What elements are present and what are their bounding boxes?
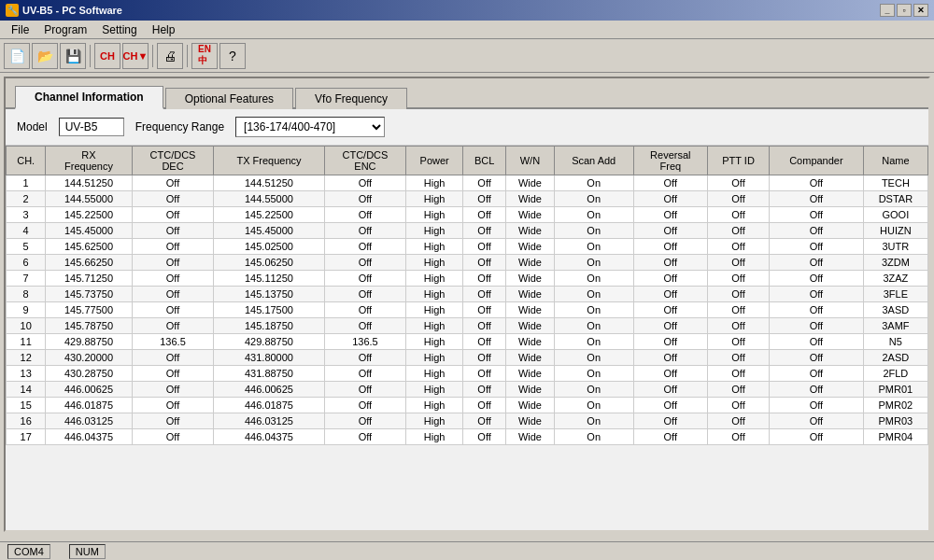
cell-row5-col1: 145.66250 (46, 255, 132, 271)
cell-row1-col8: On (554, 191, 633, 207)
table-row[interactable]: 9145.77500Off145.17500OffHighOffWideOnOf… (7, 302, 928, 318)
menu-program[interactable]: Program (36, 21, 94, 38)
menu-bar: File Program Setting Help (0, 21, 934, 39)
cell-row0-col8: On (554, 175, 633, 191)
cell-row5-col2: Off (132, 255, 214, 271)
cell-row12-col1: 430.28750 (46, 366, 132, 382)
cell-row16-col0: 17 (7, 429, 46, 445)
help-button[interactable]: ? (219, 43, 246, 69)
table-row[interactable]: 3145.22500Off145.22500OffHighOffWideOnOf… (7, 207, 928, 223)
cell-row0-col7: Wide (506, 175, 555, 191)
menu-help[interactable]: Help (145, 21, 183, 38)
cell-row11-col12: 2ASD (863, 350, 927, 366)
table-row[interactable]: 13430.28750Off431.88750OffHighOffWideOnO… (7, 366, 928, 382)
cell-row10-col11: Off (770, 334, 864, 350)
cell-row15-col6: Off (463, 413, 506, 429)
cell-row14-col1: 446.01875 (46, 398, 132, 413)
channel-table-body: 1144.51250Off144.51250OffHighOffWideOnOf… (7, 175, 928, 445)
cell-row13-col9: Off (633, 382, 707, 398)
cell-row14-col4: Off (324, 398, 406, 413)
cell-row15-col1: 446.03125 (46, 413, 132, 429)
cell-row5-col10: Off (707, 255, 769, 271)
write-button[interactable]: CH▼ (122, 43, 149, 69)
cell-row1-col9: Off (633, 191, 707, 207)
cell-row3-col3: 145.45000 (214, 223, 324, 239)
table-row[interactable]: 8145.73750Off145.13750OffHighOffWideOnOf… (7, 287, 928, 302)
cell-row7-col2: Off (132, 287, 214, 302)
tab-optional-features[interactable]: Optional Features (165, 88, 293, 109)
cell-row0-col11: Off (770, 175, 864, 191)
col-header-scan-add: Scan Add (554, 147, 633, 175)
table-row[interactable]: 1144.51250Off144.51250OffHighOffWideOnOf… (7, 175, 928, 191)
tab-channel-information[interactable]: Channel Information (15, 86, 163, 109)
model-input[interactable] (59, 118, 124, 136)
read-button[interactable]: CH (94, 43, 120, 69)
table-row[interactable]: 17446.04375Off446.04375OffHighOffWideOnO… (7, 429, 928, 445)
save-button[interactable]: 💾 (60, 43, 86, 69)
menu-file[interactable]: File (4, 21, 36, 38)
cell-row15-col4: Off (324, 413, 406, 429)
status-com: COM4 (7, 544, 50, 559)
cell-row9-col8: On (554, 318, 633, 334)
close-button[interactable]: ✕ (913, 4, 928, 17)
cell-row1-col0: 2 (7, 191, 46, 207)
cell-row4-col0: 5 (7, 239, 46, 255)
cell-row7-col7: Wide (506, 287, 555, 302)
cell-row0-col10: Off (707, 175, 769, 191)
cell-row16-col10: Off (707, 429, 769, 445)
cell-row9-col4: Off (324, 318, 406, 334)
cell-row3-col1: 145.45000 (46, 223, 132, 239)
table-row[interactable]: 4145.45000Off145.45000OffHighOffWideOnOf… (7, 223, 928, 239)
cell-row8-col1: 145.77500 (46, 302, 132, 318)
table-row[interactable]: 14446.00625Off446.00625OffHighOffWideOnO… (7, 382, 928, 398)
cell-row6-col1: 145.71250 (46, 271, 132, 287)
table-row[interactable]: 7145.71250Off145.11250OffHighOffWideOnOf… (7, 271, 928, 287)
cell-row8-col0: 9 (7, 302, 46, 318)
cell-row3-col9: Off (633, 223, 707, 239)
cell-row11-col6: Off (463, 350, 506, 366)
cell-row5-col3: 145.06250 (214, 255, 324, 271)
cell-row16-col7: Wide (506, 429, 555, 445)
table-row[interactable]: 15446.01875Off446.01875OffHighOffWideOnO… (7, 398, 928, 413)
cell-row13-col3: 446.00625 (214, 382, 324, 398)
cell-row14-col9: Off (633, 398, 707, 413)
print-button[interactable]: 🖨 (157, 43, 183, 69)
cell-row3-col2: Off (132, 223, 214, 239)
channel-table-container[interactable]: CH. RXFrequency CTC/DCSDEC TX Frequency … (6, 146, 928, 530)
cell-row1-col7: Wide (506, 191, 555, 207)
toolbar-separator-3 (187, 45, 188, 67)
cell-row3-col7: Wide (506, 223, 555, 239)
table-row[interactable]: 6145.66250Off145.06250OffHighOffWideOnOf… (7, 255, 928, 271)
menu-setting[interactable]: Setting (94, 21, 144, 38)
table-row[interactable]: 5145.62500Off145.02500OffHighOffWideOnOf… (7, 239, 928, 255)
tab-vfo-frequency[interactable]: Vfo Frequency (295, 88, 407, 109)
cell-row6-col2: Off (132, 271, 214, 287)
cell-row13-col11: Off (770, 382, 864, 398)
cell-row12-col5: High (406, 366, 463, 382)
cell-row16-col12: PMR04 (863, 429, 927, 445)
restore-button[interactable]: ▫ (897, 4, 912, 17)
open-button[interactable]: 📂 (32, 43, 58, 69)
table-row[interactable]: 16446.03125Off446.03125OffHighOffWideOnO… (7, 413, 928, 429)
table-row[interactable]: 12430.20000Off431.80000OffHighOffWideOnO… (7, 350, 928, 366)
cell-row16-col8: On (554, 429, 633, 445)
cell-row11-col2: Off (132, 350, 214, 366)
cell-row15-col2: Off (132, 413, 214, 429)
lang-button[interactable]: EN中 (191, 43, 218, 69)
new-button[interactable]: 📄 (4, 43, 30, 69)
cell-row13-col4: Off (324, 382, 406, 398)
title-bar-buttons: _ ▫ ✕ (880, 4, 928, 17)
minimize-button[interactable]: _ (880, 4, 895, 17)
cell-row3-col12: HUIZN (863, 223, 927, 239)
cell-row6-col3: 145.11250 (214, 271, 324, 287)
freq-range-select[interactable]: [136-174/400-470] (235, 117, 385, 137)
table-row[interactable]: 2144.55000Off144.55000OffHighOffWideOnOf… (7, 191, 928, 207)
table-row[interactable]: 11429.88750136.5429.88750136.5HighOffWid… (7, 334, 928, 350)
cell-row11-col5: High (406, 350, 463, 366)
table-row[interactable]: 10145.78750Off145.18750OffHighOffWideOnO… (7, 318, 928, 334)
cell-row7-col11: Off (770, 287, 864, 302)
main-area: Channel Information Optional Features Vf… (4, 77, 930, 532)
cell-row12-col3: 431.88750 (214, 366, 324, 382)
col-header-bcl: BCL (463, 147, 506, 175)
cell-row4-col7: Wide (506, 239, 555, 255)
